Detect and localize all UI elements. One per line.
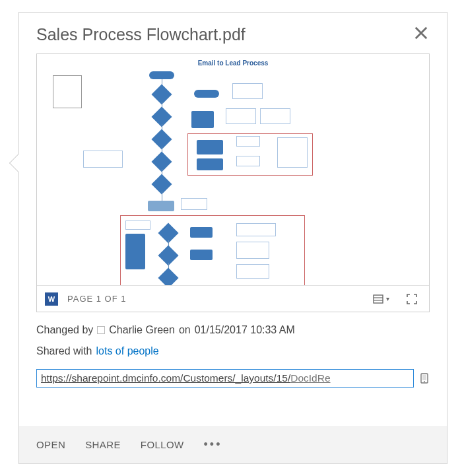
close-icon bbox=[414, 26, 428, 40]
copy-url-button[interactable] bbox=[419, 373, 430, 384]
file-preview-callout: Sales Process Flowchart.pdf Email to Lea… bbox=[18, 12, 447, 464]
modified-datetime: 01/15/2017 10:33 AM bbox=[195, 324, 295, 336]
page-indicator: PAGE 1 OF 1 bbox=[67, 294, 127, 304]
changed-by-label: Changed by bbox=[36, 324, 93, 336]
flow-process-node bbox=[148, 201, 174, 211]
flow-annotation bbox=[83, 151, 123, 168]
flow-annotation bbox=[260, 108, 290, 124]
shared-with-label: Shared with bbox=[36, 345, 92, 357]
shared-with-line: Shared with lots of people bbox=[19, 345, 447, 357]
flowchart-graphic bbox=[44, 71, 422, 285]
author-name[interactable]: Charlie Green bbox=[109, 324, 175, 336]
close-button[interactable] bbox=[412, 24, 430, 42]
chevron-down-icon: ▾ bbox=[386, 295, 389, 302]
flow-process-node bbox=[125, 234, 145, 269]
presence-indicator-icon bbox=[97, 326, 105, 334]
flow-start-node bbox=[149, 71, 174, 79]
svg-rect-0 bbox=[374, 295, 383, 303]
flow-annotation bbox=[181, 198, 207, 210]
shared-with-link[interactable]: lots of people bbox=[96, 345, 159, 357]
svg-rect-4 bbox=[422, 375, 426, 380]
follow-button[interactable]: FOLLOW bbox=[141, 439, 184, 450]
flow-annotation bbox=[277, 137, 308, 168]
flowchart-title: Email to Lead Process bbox=[44, 59, 422, 67]
callout-pointer bbox=[9, 154, 28, 172]
open-button[interactable]: OPEN bbox=[36, 439, 65, 450]
flow-process-node bbox=[190, 250, 213, 260]
flow-annotation bbox=[125, 221, 150, 230]
url-text-prefix: https://sharepoint.dmcinfo.com/Customers… bbox=[41, 372, 290, 384]
changed-by-line: Changed by Charlie Green on 01/15/2017 1… bbox=[19, 324, 447, 336]
file-title: Sales Process Flowchart.pdf bbox=[36, 24, 246, 44]
callout-header: Sales Process Flowchart.pdf bbox=[19, 13, 447, 51]
document-url-field[interactable]: https://sharepoint.dmcinfo.com/Customers… bbox=[36, 369, 414, 388]
flow-annotation bbox=[236, 264, 269, 279]
document-preview: Email to Lead Process bbox=[36, 53, 430, 312]
flow-process-node bbox=[197, 140, 223, 154]
on-label: on bbox=[179, 324, 191, 336]
more-actions-button[interactable]: ••• bbox=[204, 438, 222, 452]
list-icon bbox=[373, 294, 383, 304]
preview-thumbnail[interactable]: Email to Lead Process bbox=[37, 54, 429, 285]
flow-process-node bbox=[190, 227, 213, 238]
url-text-trailing: DocIdRe bbox=[290, 372, 330, 384]
fullscreen-button[interactable] bbox=[403, 292, 421, 306]
device-icon bbox=[419, 373, 430, 384]
flow-annotation bbox=[232, 83, 263, 99]
flow-process-node bbox=[191, 111, 214, 128]
view-options-button[interactable]: ▾ bbox=[369, 292, 393, 306]
flow-annotation bbox=[236, 242, 269, 259]
flow-annotation bbox=[236, 156, 260, 166]
flow-terminator-node bbox=[194, 90, 219, 98]
flow-process-node bbox=[197, 158, 223, 170]
actions-bar: OPEN SHARE FOLLOW ••• bbox=[19, 426, 447, 463]
fullscreen-icon bbox=[407, 294, 417, 304]
document-url-row: https://sharepoint.dmcinfo.com/Customers… bbox=[19, 369, 447, 388]
svg-point-5 bbox=[424, 381, 425, 382]
legend-box bbox=[53, 75, 82, 108]
share-button[interactable]: SHARE bbox=[85, 439, 121, 450]
flow-annotation bbox=[236, 136, 260, 147]
flow-annotation bbox=[236, 223, 276, 236]
preview-footer: W PAGE 1 OF 1 ▾ bbox=[37, 285, 429, 312]
flow-annotation bbox=[226, 108, 256, 124]
word-app-icon[interactable]: W bbox=[45, 292, 58, 306]
